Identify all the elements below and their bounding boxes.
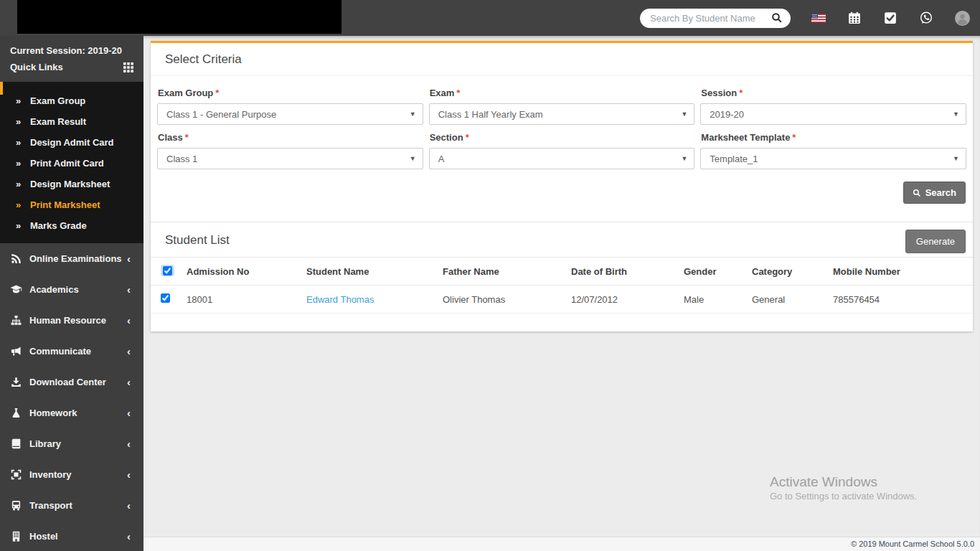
- user-avatar[interactable]: [954, 10, 970, 26]
- required-asterisk: *: [792, 132, 796, 143]
- exam-group-field: Exam Group* Class 1 - General Purpose▼: [157, 80, 423, 125]
- chevron-left-icon: ‹: [127, 468, 133, 481]
- sidebar-item-communicate[interactable]: Communicate‹: [0, 336, 143, 367]
- sidebar-item-print-marksheet[interactable]: »Print Marksheet: [0, 194, 143, 215]
- sidebar-item-inventory[interactable]: Inventory‹: [0, 459, 143, 490]
- sitemap-icon: [10, 314, 22, 326]
- required-asterisk: *: [739, 88, 743, 98]
- chevron-left-icon: ‹: [127, 438, 133, 450]
- col-father-name: Father Name: [438, 258, 567, 286]
- sidebar-item-homework[interactable]: Homework‹: [0, 397, 143, 428]
- cell-father-name: Olivier Thomas: [438, 286, 567, 314]
- topbar: [0, 0, 980, 36]
- search-icon[interactable]: [771, 11, 783, 24]
- col-gender: Gender: [679, 258, 748, 286]
- flask-icon: [10, 407, 22, 419]
- cell-category: General: [748, 286, 829, 314]
- col-category: Category: [748, 258, 829, 286]
- double-angle-icon: »: [16, 199, 30, 210]
- dropdown-arrow-icon: ▼: [953, 155, 959, 162]
- dropdown-arrow-icon: ▼: [681, 110, 687, 118]
- cell-mobile-number: 785576454: [829, 286, 973, 314]
- activate-windows-watermark: Activate Windows Go to Settings to activ…: [770, 474, 917, 501]
- quick-links-label: Quick Links: [10, 59, 63, 76]
- student-name-link[interactable]: Edward Thomas: [306, 294, 374, 305]
- col-date-of-birth: Date of Birth: [567, 258, 679, 286]
- col-admission-no: Admission No: [182, 258, 302, 286]
- search-input[interactable]: [650, 13, 771, 24]
- criteria-card: Select Criteria Exam Group* Class 1 - Ge…: [151, 41, 973, 331]
- student-search-box[interactable]: [640, 9, 791, 28]
- table-row: 18001 Edward Thomas Olivier Thomas 12/07…: [151, 286, 973, 314]
- section-field: Section* A▼: [429, 125, 695, 169]
- tasks-check-icon[interactable]: [882, 10, 898, 26]
- graduation-cap-icon: [10, 283, 22, 296]
- chevron-left-icon: ‹: [127, 530, 133, 542]
- col-mobile-number: Mobile Number: [829, 258, 973, 286]
- criteria-form: Exam Group* Class 1 - General Purpose▼ E…: [151, 76, 973, 169]
- chevron-left-icon: ‹: [127, 499, 133, 512]
- session-select[interactable]: 2019-20▼: [700, 103, 966, 125]
- chevron-left-icon: ‹: [127, 407, 133, 419]
- class-field: Class* Class 1▼: [157, 125, 423, 169]
- required-asterisk: *: [185, 132, 189, 143]
- marksheet-template-select[interactable]: Template_1▼: [700, 148, 966, 169]
- sidebar-item-academics[interactable]: Academics‹: [0, 274, 143, 305]
- sidebar-item-download-center[interactable]: Download Center‹: [0, 367, 143, 397]
- sidebar-item-exam-result[interactable]: »Exam Result: [0, 111, 143, 132]
- select-criteria-title: Select Criteria: [165, 52, 958, 67]
- main-menu: Online Examinations‹ Academics‹ Human Re…: [0, 243, 143, 551]
- section-select[interactable]: A▼: [429, 148, 695, 169]
- sidebar-item-library[interactable]: Library‹: [0, 428, 143, 459]
- required-asterisk: *: [456, 88, 460, 98]
- box-icon: [10, 468, 22, 481]
- sidebar-item-marks-grade[interactable]: »Marks Grade: [0, 215, 143, 236]
- school-logo: [17, 0, 341, 34]
- sidebar-item-design-marksheet[interactable]: »Design Marksheet: [0, 174, 143, 194]
- search-icon: [913, 189, 921, 197]
- chevron-left-icon: ‹: [127, 345, 133, 357]
- class-select[interactable]: Class 1▼: [157, 148, 423, 169]
- dropdown-arrow-icon: ▼: [681, 155, 687, 162]
- main-content: Select Criteria Exam Group* Class 1 - Ge…: [143, 36, 980, 551]
- sidebar-item-transport[interactable]: Transport‹: [0, 490, 143, 521]
- calendar-icon[interactable]: [847, 10, 862, 26]
- marksheet-template-field: Marksheet Template* Template_1▼: [700, 125, 966, 169]
- grid-icon[interactable]: [123, 62, 133, 73]
- chevron-left-icon: ‹: [127, 253, 133, 265]
- table-header-row: Admission No Student Name Father Name Da…: [151, 258, 973, 286]
- rss-icon: [10, 253, 22, 265]
- student-table: Admission No Student Name Father Name Da…: [151, 257, 973, 314]
- select-all-checkbox[interactable]: [163, 266, 172, 276]
- cell-gender: Male: [679, 286, 748, 314]
- download-icon: [10, 376, 22, 388]
- sidebar-item-human-resource[interactable]: Human Resource‹: [0, 305, 143, 336]
- sidebar-item-print-admit-card[interactable]: »Print Admit Card: [0, 153, 143, 174]
- language-flag-icon[interactable]: [811, 10, 826, 26]
- sidebar-item-hostel[interactable]: Hostel‹: [0, 521, 143, 551]
- generate-button[interactable]: Generate: [905, 230, 966, 253]
- chevron-left-icon: ‹: [127, 283, 133, 296]
- dropdown-arrow-icon: ▼: [953, 110, 959, 118]
- bullhorn-icon: [10, 345, 22, 357]
- sidebar-item-exam-group[interactable]: »Exam Group: [0, 90, 143, 111]
- active-menu-indicator: [0, 82, 3, 95]
- search-button[interactable]: Search: [903, 182, 966, 204]
- exam-group-select[interactable]: Class 1 - General Purpose▼: [157, 103, 423, 125]
- double-angle-icon: »: [16, 220, 30, 231]
- col-student-name: Student Name: [302, 258, 438, 286]
- double-angle-icon: »: [16, 137, 30, 148]
- session-field: Session* 2019-20▼: [700, 80, 966, 125]
- current-session-label: Current Session: 2019-20: [10, 43, 133, 59]
- dropdown-arrow-icon: ▼: [410, 155, 416, 162]
- whatsapp-icon[interactable]: [918, 10, 934, 26]
- cell-admission-no: 18001: [182, 286, 302, 314]
- book-icon: [10, 438, 22, 450]
- row-checkbox[interactable]: [161, 293, 170, 303]
- exam-submenu: »Exam Group »Exam Result »Design Admit C…: [0, 82, 143, 243]
- chevron-left-icon: ‹: [127, 376, 133, 388]
- sidebar-item-online-examinations[interactable]: Online Examinations‹: [0, 243, 143, 274]
- exam-select[interactable]: Class 1 Half Yearly Exam▼: [429, 103, 695, 125]
- student-list-title: Student List: [165, 233, 958, 248]
- sidebar-item-design-admit-card[interactable]: »Design Admit Card: [0, 132, 143, 153]
